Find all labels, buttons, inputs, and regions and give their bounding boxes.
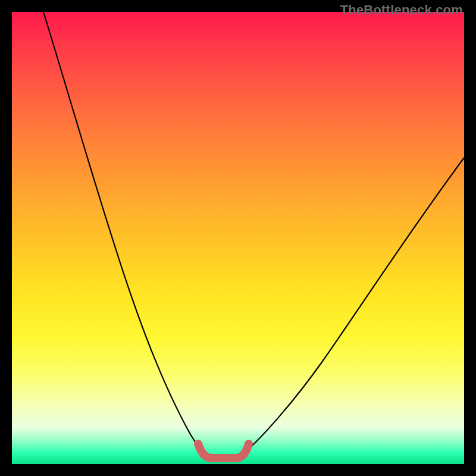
watermark-text: TheBottleneck.com bbox=[340, 2, 463, 18]
chart-frame: TheBottleneck.com bbox=[0, 0, 476, 476]
curve-valley-highlight bbox=[198, 444, 249, 458]
plot-area bbox=[12, 12, 464, 464]
curve-left-branch bbox=[43, 12, 202, 452]
bottleneck-curve bbox=[12, 12, 464, 464]
curve-right-branch bbox=[245, 158, 464, 452]
